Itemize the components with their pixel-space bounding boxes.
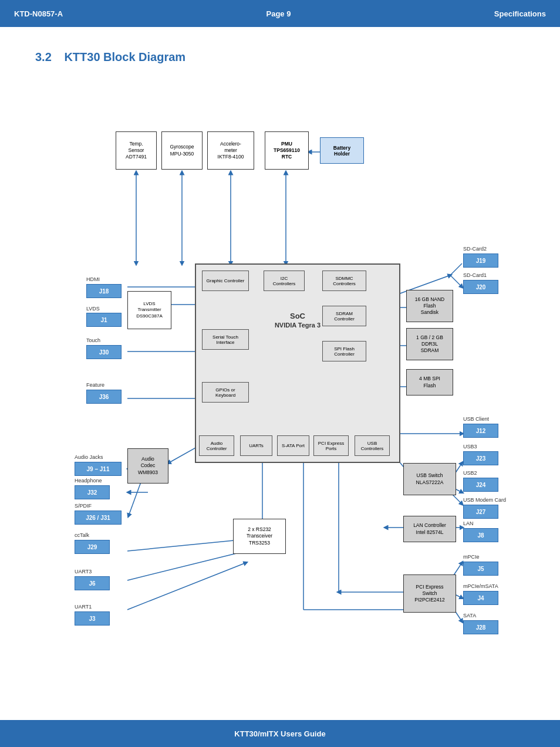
cctalk-label: ccTalk — [75, 532, 89, 538]
J19-connector: J19 — [463, 253, 498, 268]
audio-codec-box: AudioCodecWM8903 — [127, 448, 168, 484]
hdmi-label: HDMI — [86, 276, 100, 282]
J32-connector: J32 — [75, 485, 110, 499]
feature-label: Feature — [86, 382, 104, 388]
J24-connector: J24 — [463, 478, 498, 492]
block-diagram: Temp.SensorADT7491 GyroscopeMPU-3050 Acc… — [39, 82, 521, 668]
J27-connector: J27 — [463, 505, 498, 519]
soc-box: Graphic Controller I2CControllers SDMMCC… — [195, 263, 400, 463]
J30-connector: J30 — [86, 345, 122, 359]
nand-flash-box: 16 GB NANDFlashSandisk — [406, 290, 453, 322]
gyroscope-box: GyroscopeMPU-3050 — [161, 131, 203, 170]
svg-line-29 — [127, 551, 246, 580]
i2c-controllers-inner: I2CControllers — [264, 271, 305, 291]
usb2-label: USB2 — [463, 470, 477, 476]
J18-connector: J18 — [86, 284, 122, 298]
J5-connector: J5 — [463, 562, 498, 576]
mpcie-label: mPCIe — [463, 554, 480, 560]
lan-label: LAN — [463, 520, 474, 526]
spdif-label: S/PDIF — [75, 503, 92, 509]
J1-connector: J1 — [86, 313, 122, 327]
touch-label: Touch — [86, 337, 100, 343]
headphone-label: Headphone — [75, 478, 102, 484]
uarts-inner: UARTs — [240, 435, 272, 456]
main-content: 3.2 KTT30 Block Diagram — [0, 27, 560, 704]
footer-text: KTT30/mITX Users Guide — [234, 729, 325, 738]
mpcie-msata-label: mPCIe/mSATA — [463, 583, 498, 589]
sata-label: SATA — [463, 613, 476, 618]
lvds-transmitter-box: LVDSTransmitterDS90C387A — [127, 291, 171, 329]
soc-label: SoCNVIDIA Tegra 3 — [275, 312, 321, 329]
J26J31-connector: J26 / J31 — [75, 511, 122, 525]
pci-express-switch-box: PCI ExpressSwitchPI2PCIE2412 — [403, 574, 456, 613]
J36-connector: J36 — [86, 390, 122, 404]
section-number: 3.2 — [35, 50, 52, 63]
audio-jacks-label: Audio Jacks — [75, 454, 103, 460]
J4-connector: J4 — [463, 591, 498, 605]
uart3-label: UART3 — [75, 569, 92, 574]
J8-connector: J8 — [463, 528, 498, 542]
section-heading: KTT30 Block Diagram — [64, 50, 185, 63]
accelerometer-box: Accelero-meterIKTF8-4100 — [207, 131, 254, 170]
sdram-controller-inner: SDRAMController — [322, 306, 366, 326]
J23-connector: J23 — [463, 451, 498, 465]
J6-connector: J6 — [75, 576, 110, 590]
svg-line-13 — [450, 263, 462, 275]
usb-modem-label: USB Modem Card — [463, 497, 506, 503]
uart1-label: UART1 — [75, 604, 92, 610]
usb-controllers-inner: USBControllers — [355, 435, 390, 456]
spi-flash-box: 4 MB SPIFlash — [406, 369, 453, 396]
usb-switch-box: USB SwitchNLAS7222A — [403, 463, 456, 495]
sdcard1-label: SD-Card1 — [463, 272, 487, 278]
svg-line-14 — [450, 275, 462, 287]
page-header: KTD-N0857-A Page 9 Specifications — [0, 0, 560, 27]
sata-port-inner: S-ATA Port — [277, 435, 309, 456]
J9J11-connector: J9 – J11 — [75, 462, 122, 476]
section-title: 3.2 KTT30 Block Diagram — [35, 50, 525, 64]
spi-controller-inner: SPI FlashController — [322, 341, 366, 361]
sdmmc-controllers-inner: SDMMCControllers — [322, 271, 366, 291]
usb-client-label: USB Client — [463, 416, 489, 422]
sdcard2-label: SD-Card2 — [463, 246, 487, 252]
J28-connector: J28 — [463, 620, 498, 634]
audio-controller-inner: AudioController — [199, 435, 234, 456]
lan-controller-box: LAN ControllerIntel 82574L — [403, 516, 456, 542]
ddr3-sdram-box: 1 GB / 2 GBDDR3LSDRAM — [406, 328, 453, 360]
usb3-label: USB3 — [463, 444, 477, 449]
J12-connector: J12 — [463, 424, 498, 438]
gpio-inner: GPIOs orKeyboard — [202, 382, 249, 403]
rs232-transceiver-box: 2 x RS232TransceiverTRS3253 — [233, 519, 286, 554]
svg-line-30 — [127, 563, 246, 610]
header-center: Page 9 — [266, 9, 291, 18]
page-footer: KTT30/mITX Users Guide — [0, 720, 560, 747]
header-right: Specifications — [494, 9, 546, 18]
J29-connector: J29 — [75, 540, 110, 554]
header-left: KTD-N0857-A — [14, 9, 63, 18]
svg-line-28 — [127, 539, 246, 551]
serial-touch-inner: Serial TouchInterface — [202, 329, 249, 350]
lvds-label: LVDS — [86, 306, 100, 312]
graphic-controller-inner: Graphic Controller — [202, 271, 249, 291]
temp-sensor-box: Temp.SensorADT7491 — [116, 131, 157, 170]
J3-connector: J3 — [75, 611, 110, 626]
battery-holder-box: BatteryHolder — [320, 137, 364, 164]
pmu-box: PMUTPS659110RTC — [265, 131, 309, 170]
pci-express-inner: PCI ExpressPorts — [313, 435, 349, 456]
J20-connector: J20 — [463, 280, 498, 294]
